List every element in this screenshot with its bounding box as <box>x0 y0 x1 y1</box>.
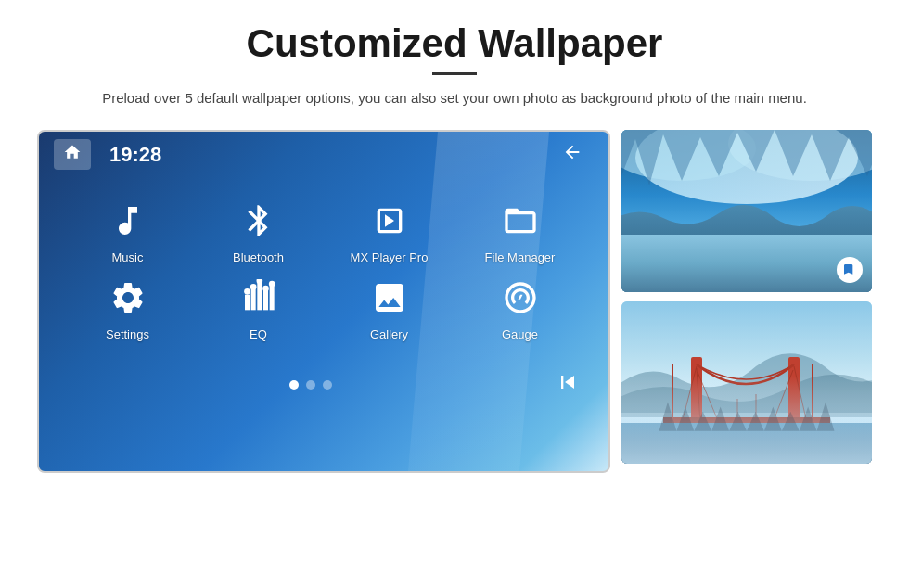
svg-rect-28 <box>621 376 872 464</box>
dots-container <box>67 380 555 390</box>
app-music[interactable]: Music <box>67 197 188 264</box>
screen-bottom <box>39 360 608 410</box>
svg-rect-2 <box>257 282 262 310</box>
dot-2[interactable] <box>306 380 315 390</box>
back-icon[interactable] <box>562 142 583 167</box>
app-gallery[interactable]: Gallery <box>328 274 450 341</box>
app-bluetooth[interactable]: Bluetooth <box>198 197 319 264</box>
svg-rect-1 <box>250 288 255 310</box>
car-screen: 19:28 Music <box>37 130 610 473</box>
home-button[interactable] <box>54 139 91 170</box>
svg-point-9 <box>268 280 275 287</box>
settings-label: Settings <box>106 327 149 341</box>
gallery-icon <box>365 274 414 322</box>
svg-point-6 <box>250 284 256 290</box>
filemanager-icon <box>496 197 544 245</box>
dot-1[interactable] <box>289 380 299 390</box>
gauge-label: Gauge <box>502 327 538 341</box>
svg-rect-3 <box>263 289 268 310</box>
mxplayer-icon <box>365 197 414 245</box>
svg-point-5 <box>244 288 250 295</box>
page-container: Customized Wallpaper Preload over 5 defa… <box>0 0 909 588</box>
music-label: Music <box>112 250 144 264</box>
bridge-thumbnail[interactable] <box>621 301 872 464</box>
filemanager-label: File Manager <box>485 250 556 264</box>
right-images <box>621 130 872 464</box>
app-eq[interactable]: EQ <box>198 274 319 341</box>
music-icon <box>104 197 152 245</box>
page-title: Customized Wallpaper <box>247 22 663 65</box>
eq-icon <box>235 274 283 322</box>
content-area: 19:28 Music <box>37 130 872 473</box>
title-underline <box>432 72 477 75</box>
svg-point-8 <box>262 285 269 291</box>
time-display: 19:28 <box>109 143 161 167</box>
gallery-label: Gallery <box>370 327 408 341</box>
svg-rect-4 <box>269 285 274 310</box>
bookmark-icon[interactable] <box>837 257 863 283</box>
home-icon <box>63 143 82 166</box>
bluetooth-icon <box>235 197 283 245</box>
settings-icon <box>104 274 152 322</box>
ice-cave-thumbnail[interactable] <box>621 130 872 292</box>
app-grid: Music Bluetooth <box>39 178 608 360</box>
skip-button[interactable] <box>555 369 581 401</box>
gauge-icon <box>496 274 544 322</box>
page-subtitle: Preload over 5 default wallpaper options… <box>102 88 807 109</box>
eq-label: EQ <box>250 327 267 341</box>
app-settings[interactable]: Settings <box>67 274 188 341</box>
app-filemanager[interactable]: File Manager <box>459 197 581 264</box>
mxplayer-label: MX Player Pro <box>351 250 429 264</box>
bluetooth-label: Bluetooth <box>233 250 284 264</box>
screen-header: 19:28 <box>39 132 608 178</box>
dot-3[interactable] <box>323 380 332 390</box>
svg-rect-0 <box>245 294 250 310</box>
app-mxplayer[interactable]: MX Player Pro <box>328 197 450 264</box>
app-gauge[interactable]: Gauge <box>459 274 581 341</box>
